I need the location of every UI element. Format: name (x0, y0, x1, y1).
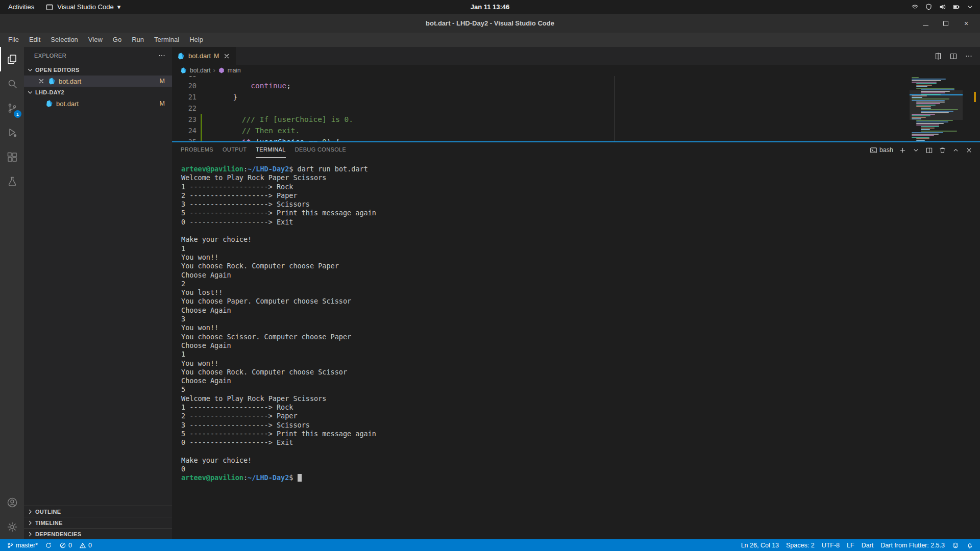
status-feedback[interactable] (948, 539, 963, 551)
code-line: 20 continue; (172, 80, 980, 91)
terminal-line: 0 -------------------> Exit (181, 438, 980, 447)
section-timeline[interactable]: TIMELINE (24, 517, 172, 528)
split-terminal[interactable] (925, 146, 933, 154)
tab-close-icon[interactable] (223, 52, 231, 60)
panel-tab-output[interactable]: OUTPUT (223, 142, 247, 158)
activity-accounts[interactable] (0, 490, 24, 515)
activities-button[interactable]: Activities (8, 3, 34, 11)
menu-run[interactable]: Run (127, 34, 149, 45)
menu-view[interactable]: View (83, 34, 108, 45)
close-icon (37, 77, 45, 85)
launch-profile[interactable] (912, 146, 920, 154)
app-menu[interactable]: Visual Studio Code ▾ (45, 3, 120, 11)
line-number: 22 (172, 104, 197, 112)
trash-icon (939, 146, 946, 154)
minimize-button[interactable] (922, 20, 929, 27)
menu-file[interactable]: File (3, 34, 24, 45)
activity-settings[interactable] (0, 515, 24, 539)
open-editors-label: OPEN EDITORS (35, 67, 80, 73)
status-cursor-position[interactable]: Ln 26, Col 13 (738, 539, 782, 551)
warning-icon (79, 542, 86, 549)
minimap-line (916, 103, 940, 104)
terminal-line: Welcome to Play Rock Paper Scissors (181, 394, 980, 403)
open-editors-header[interactable]: OPEN EDITORS (24, 64, 172, 76)
activity-testing[interactable] (0, 169, 24, 194)
status-label: UTF-8 (822, 542, 840, 549)
status-dart-sdk[interactable]: Dart from Flutter: 2.5.3 (877, 539, 948, 551)
activity-run-debug[interactable] (0, 120, 24, 145)
open-editor-bot.dart[interactable]: bot.dartM (24, 76, 172, 87)
symbol-method-icon (218, 67, 225, 74)
close-panel[interactable] (965, 146, 973, 154)
kill-terminal[interactable] (939, 146, 946, 154)
minimap-line (921, 91, 950, 92)
more-actions-icon[interactable] (965, 52, 973, 60)
terminal-line: You won!! (181, 253, 980, 262)
status-eol[interactable]: LF (843, 539, 858, 551)
minimap-line (912, 114, 935, 115)
menu-selection[interactable]: Selection (45, 34, 83, 45)
status-sync[interactable] (41, 539, 56, 551)
terminal-line: Make your choice! (181, 456, 980, 465)
activity-search[interactable] (0, 71, 24, 96)
menu-go[interactable]: Go (108, 34, 127, 45)
activity-source-control[interactable]: 1 (0, 96, 24, 120)
code-editor[interactable]: 1920 continue;21 }2223 /// If [userChoic… (172, 76, 980, 141)
terminal-line: You won!! (181, 323, 980, 332)
panel-tab-terminal[interactable]: TERMINAL (256, 142, 285, 158)
menu-help[interactable]: Help (184, 34, 208, 45)
terminal-line: arteev@pavilion:~/LHD-Day2$ (181, 473, 980, 482)
status-language-mode[interactable]: Dart (858, 539, 877, 551)
tab-bot-dart[interactable]: bot.dart M (172, 47, 236, 65)
chevron-right-icon (26, 508, 34, 516)
status-branch[interactable]: master* (3, 539, 41, 551)
new-terminal[interactable] (899, 146, 906, 154)
folder-header[interactable]: LHD-DAY2 (24, 87, 172, 98)
line-number: 24 (172, 127, 197, 135)
caret-down: ▾ (117, 3, 121, 11)
open-changes-icon[interactable] (934, 52, 942, 60)
close-window-button[interactable]: × (963, 20, 970, 27)
status-encoding[interactable]: UTF-8 (818, 539, 843, 551)
chevron-up-icon (952, 146, 960, 154)
minimap-line (912, 137, 929, 138)
scm-badge: 1 (14, 110, 21, 118)
status-warnings[interactable]: 0 (76, 539, 95, 551)
breadcrumb-symbol[interactable]: main (228, 67, 241, 74)
section-outline[interactable]: OUTLINE (24, 506, 172, 517)
breadcrumb-file[interactable]: bot.dart (190, 67, 211, 74)
terminal-line: You won!! (181, 359, 980, 368)
plus-icon (899, 146, 906, 154)
status-notifications[interactable] (963, 539, 977, 551)
split-editor-icon[interactable] (949, 52, 958, 60)
minimap[interactable] (910, 77, 963, 141)
terminal-line: 1 -------------------> Rock (181, 183, 980, 191)
activity-extensions[interactable] (0, 145, 24, 169)
menu-edit[interactable]: Edit (24, 34, 45, 45)
status-indentation[interactable]: Spaces: 2 (782, 539, 818, 551)
maximize-panel[interactable] (952, 146, 960, 154)
restore-button[interactable] (942, 20, 949, 27)
split-icon (925, 146, 933, 154)
section-dependencies[interactable]: DEPENDENCIES (24, 528, 172, 539)
line-text: if (userChoice == 0) { (206, 138, 340, 141)
panel-tab-problems[interactable]: PROBLEMS (181, 142, 213, 158)
terminal-line: 5 -------------------> Print this messag… (181, 209, 980, 217)
status-errors[interactable]: 0 (56, 539, 76, 551)
explorer-more-actions[interactable] (158, 52, 166, 60)
clock[interactable]: Jan 11 13:46 (471, 3, 510, 11)
minimap-line (912, 134, 939, 135)
line-number: 19 (172, 76, 197, 79)
code-line: 22 (172, 103, 980, 114)
panel-tab-debug-console[interactable]: DEBUG CONSOLE (295, 142, 347, 158)
system-tray[interactable] (911, 3, 980, 11)
breadcrumb[interactable]: bot.dart › main (172, 65, 980, 76)
status-label: 0 (68, 542, 72, 549)
file-bot.dart[interactable]: bot.dartM (24, 98, 172, 109)
panel-resize-sash[interactable] (172, 141, 980, 142)
activity-explorer[interactable] (0, 47, 24, 71)
shell-select[interactable]: bash (870, 146, 893, 154)
menu-terminal[interactable]: Terminal (149, 34, 184, 45)
terminal-output[interactable]: arteev@pavilion:~/LHD-Day2$ dart run bot… (172, 158, 980, 539)
git-gutter-marker (201, 136, 202, 141)
